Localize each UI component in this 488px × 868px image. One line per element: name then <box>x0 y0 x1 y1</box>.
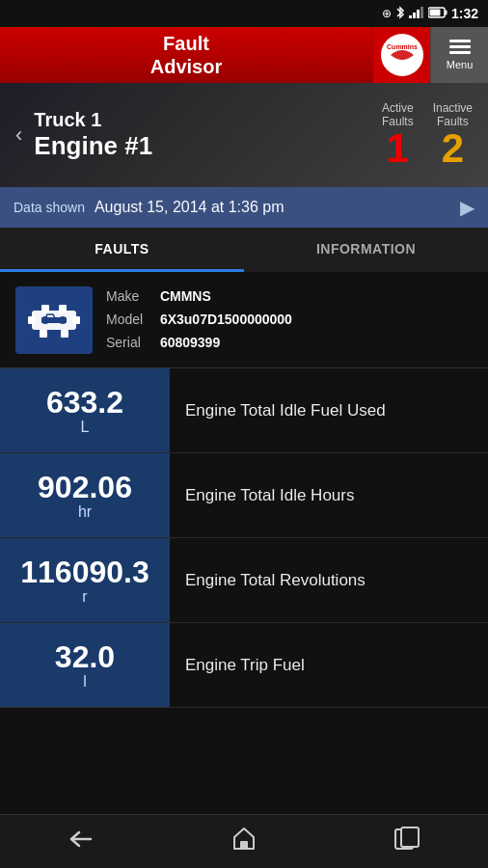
cummins-logo-box: Cummins <box>372 27 430 83</box>
svg-rect-0 <box>409 15 412 18</box>
inactive-faults-label: InactiveFaults <box>433 101 473 129</box>
data-value-box-2: 116090.3 r <box>0 538 170 622</box>
svg-rect-14 <box>40 330 47 338</box>
svg-rect-6 <box>429 9 440 15</box>
engine-make-row: Make CMMNS <box>106 285 292 309</box>
vehicle-header: ‹ Truck 1 Engine #1 ActiveFaults 1 Inact… <box>0 83 488 187</box>
data-row: 32.0 l Engine Trip Fuel <box>0 623 488 708</box>
data-label-0: Engine Total Idle Fuel Used <box>170 368 488 452</box>
engine-icon-box <box>15 286 93 354</box>
target-icon: ⊕ <box>382 7 392 20</box>
data-value-unit-0: L <box>81 420 90 435</box>
data-value-box-0: 633.2 L <box>0 368 170 452</box>
data-row: 902.06 hr Engine Total Idle Hours <box>0 453 488 538</box>
svg-text:Cummins: Cummins <box>387 43 418 50</box>
data-label-1: Engine Total Idle Hours <box>170 453 488 537</box>
serial-value: 60809399 <box>160 335 220 350</box>
data-shown-arrow-icon: ▶ <box>460 196 474 219</box>
engine-model-row: Model 6X3u07D1500000000 <box>106 309 292 332</box>
data-shown-bar: Data shown August 15, 2014 at 1:36 pm ▶ <box>0 187 488 228</box>
make-label: Make <box>106 285 156 309</box>
tab-faults[interactable]: FAULTS <box>0 228 244 272</box>
data-value-unit-1: hr <box>78 504 92 520</box>
status-time: 1:32 <box>451 6 478 21</box>
status-bar: ⊕ 1:32 <box>0 0 488 27</box>
vehicle-name: Truck 1 <box>34 109 382 131</box>
svg-rect-19 <box>240 841 248 849</box>
inactive-faults-count: 2 <box>433 128 473 169</box>
model-value: 6X3u07D1500000000 <box>160 312 292 327</box>
svg-rect-12 <box>41 305 49 312</box>
svg-rect-21 <box>401 827 419 847</box>
back-nav-button[interactable] <box>68 827 95 856</box>
make-value: CMMNS <box>160 288 211 304</box>
data-rows-container: 633.2 L Engine Total Idle Fuel Used 902.… <box>0 368 488 708</box>
recents-nav-button[interactable] <box>393 826 420 857</box>
tab-information[interactable]: INFORMATION <box>244 228 488 272</box>
active-faults-label: ActiveFaults <box>382 101 414 129</box>
app-title: FaultAdvisor <box>0 32 372 78</box>
battery-icon <box>428 7 447 21</box>
svg-rect-15 <box>61 330 68 338</box>
svg-rect-3 <box>420 7 423 18</box>
bottom-nav <box>0 814 488 868</box>
data-value-unit-3: l <box>83 674 87 690</box>
data-label-2: Engine Total Revolutions <box>170 538 488 622</box>
menu-button[interactable]: Menu <box>430 27 488 83</box>
data-value-box-1: 902.06 hr <box>0 453 170 537</box>
engine-icon <box>26 297 82 343</box>
vehicle-info: Truck 1 Engine #1 <box>34 109 382 161</box>
cummins-logo: Cummins <box>381 34 423 76</box>
data-value-unit-2: r <box>82 589 87 605</box>
svg-rect-11 <box>72 316 80 324</box>
svg-rect-2 <box>417 10 420 18</box>
faults-panel: ActiveFaults 1 InactiveFaults 2 <box>382 101 473 170</box>
status-icons: ⊕ 1:32 <box>382 6 478 22</box>
engine-serial-row: Serial 60809399 <box>106 332 292 355</box>
svg-rect-5 <box>445 10 447 14</box>
data-value-number-1: 902.06 <box>38 471 132 504</box>
signal-icon <box>409 7 424 21</box>
menu-lines-icon <box>449 40 471 54</box>
top-nav-bar: FaultAdvisor Cummins Menu <box>0 27 488 83</box>
back-button[interactable]: ‹ <box>15 122 22 148</box>
data-value-box-3: 32.0 l <box>0 623 170 707</box>
vehicle-engine: Engine #1 <box>34 131 382 161</box>
data-shown-value: August 15, 2014 at 1:36 pm <box>95 199 285 216</box>
tabs-bar: FAULTS INFORMATION <box>0 228 488 272</box>
serial-label: Serial <box>106 332 156 355</box>
svg-rect-10 <box>28 316 36 324</box>
data-label-3: Engine Trip Fuel <box>170 623 488 707</box>
data-value-number-0: 633.2 <box>46 386 123 420</box>
svg-rect-13 <box>59 305 67 312</box>
inactive-faults-block[interactable]: InactiveFaults 2 <box>433 101 473 170</box>
active-faults-block[interactable]: ActiveFaults 1 <box>382 101 414 170</box>
svg-rect-1 <box>413 13 416 18</box>
model-label: Model <box>106 309 156 332</box>
data-shown-label: Data shown <box>14 200 85 215</box>
bluetooth-icon <box>395 6 405 22</box>
data-value-number-3: 32.0 <box>55 640 115 674</box>
menu-label: Menu <box>447 59 474 70</box>
data-row: 633.2 L Engine Total Idle Fuel Used <box>0 368 488 453</box>
app-title-text: FaultAdvisor <box>150 32 222 78</box>
home-nav-button[interactable] <box>230 826 258 857</box>
active-faults-count: 1 <box>382 128 414 169</box>
engine-details: Make CMMNS Model 6X3u07D1500000000 Seria… <box>106 285 292 354</box>
data-row: 116090.3 r Engine Total Revolutions <box>0 538 488 623</box>
engine-info-card: Make CMMNS Model 6X3u07D1500000000 Seria… <box>0 272 488 368</box>
data-value-number-2: 116090.3 <box>20 556 149 589</box>
